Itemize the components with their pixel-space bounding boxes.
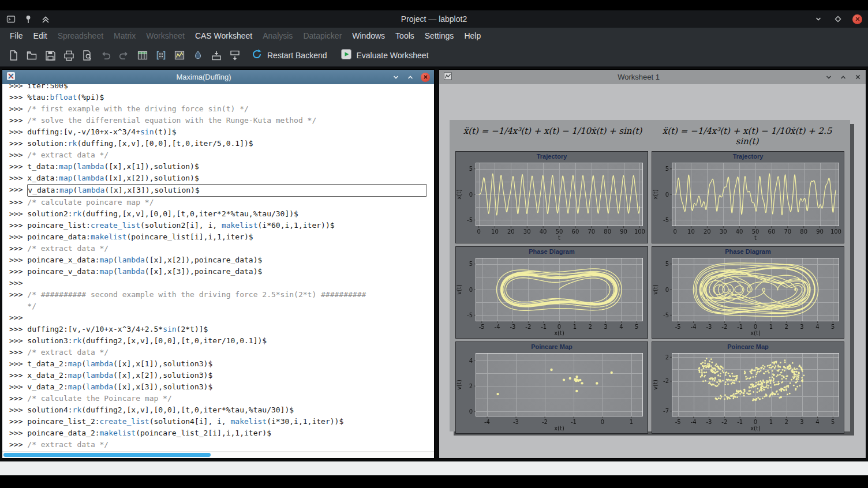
code-line[interactable]: >>> poincare_list:create_list(solution2[… [9, 220, 434, 231]
plot-canvas[interactable] [456, 351, 648, 432]
new-spreadsheet-icon[interactable] [134, 47, 151, 64]
maxima-maximize-button[interactable] [406, 73, 414, 81]
minimize-button[interactable] [813, 14, 824, 24]
code-line[interactable]: >>> solution4:rk(duffing2,[x,v],[0,0],[t… [9, 404, 434, 416]
code-line[interactable]: >>> v_data:map(lambda([x],x[3]),solution… [9, 184, 434, 197]
app-menu-icon[interactable] [6, 14, 16, 24]
maximize-button[interactable] [833, 14, 843, 24]
worksheet-view[interactable]: ẍ(t) = −1/4x³(t) + x(t) − 1/10ẋ(t) + sin… [439, 84, 866, 458]
menu-settings[interactable]: Settings [420, 29, 459, 42]
plot-canvas[interactable] [652, 160, 844, 242]
code-text: create_list [100, 416, 149, 427]
insert-entry-below-icon[interactable] [226, 47, 244, 64]
insert-entry-above-icon[interactable] [208, 47, 225, 64]
menu-windows[interactable]: Windows [347, 29, 390, 42]
code-line[interactable]: >>> v_data_2:map(lambda([x],x[3]),soluti… [9, 381, 434, 393]
code-line[interactable]: >>> /* extract data */ [9, 149, 434, 161]
plot-canvas[interactable] [652, 351, 844, 432]
code-line[interactable]: >>> duffing:[v,-v/10+x-x^3/4+sin(t)]$ [9, 126, 434, 138]
evaluate-worksheet-icon [340, 48, 353, 62]
code-line[interactable]: >>> /* extract data */ [9, 347, 434, 358]
undo-icon[interactable] [97, 47, 114, 64]
code-line[interactable]: >>> t_data:map(lambda([x],x[1]),solution… [9, 161, 434, 172]
toolbar-icons [5, 47, 244, 64]
cas-code-editor[interactable]: >>> iter:500$>>> %tau:bfloat(%pi)$>>> /*… [2, 84, 434, 451]
prompt: >>> [9, 172, 27, 184]
code-line[interactable]: >>> poincare_x_data:map(lambda([x],x[2])… [9, 254, 434, 266]
ink-drop-icon[interactable] [189, 47, 207, 64]
code-line[interactable]: >>> poincare_v_data:map(lambda([x],x[3])… [9, 266, 434, 277]
prompt: >>> [9, 126, 27, 138]
code-line[interactable]: >>> duffing2:[v,-v/10+x-x^3/4+2.5*sin(2*… [9, 324, 434, 335]
code-line[interactable]: >>> /* extract data */ [9, 439, 434, 451]
new-matrix-icon[interactable] [152, 47, 170, 64]
redo-icon[interactable] [115, 47, 133, 64]
plot-card-trajectory-left[interactable]: Trajectory [455, 151, 648, 243]
code-line[interactable]: >>> poincare_data_2:makelist(poincare_li… [9, 427, 434, 439]
print-icon[interactable] [60, 47, 77, 64]
plot-card-trajectory-right[interactable]: Trajectory [652, 151, 844, 243]
prompt: >>> [9, 243, 27, 254]
worksheet-titlebar[interactable]: Worksheet 1 [439, 70, 866, 84]
maxima-close-button[interactable] [421, 73, 430, 82]
new-document-icon[interactable] [5, 47, 22, 64]
code-line[interactable]: >>> t_data_2:map(lambda([x],x[1]),soluti… [9, 358, 434, 370]
worksheet-maximize-button[interactable] [839, 73, 847, 81]
code-text: t_data_2: [27, 358, 68, 370]
worksheet-close-button[interactable] [854, 73, 862, 81]
code-line[interactable]: */ [9, 301, 434, 312]
plot-canvas[interactable] [456, 160, 648, 242]
code-text: ([x],x[3]),poincare_data)$ [145, 266, 263, 277]
plot-title: Phase Diagram [652, 247, 844, 256]
worksheet-page[interactable]: ẍ(t) = −1/4x³(t) + x(t) − 1/10ẋ(t) + sin… [450, 120, 850, 431]
save-project-icon[interactable] [42, 47, 59, 64]
evaluate-worksheet-label: Evaluate Worksheet [357, 51, 429, 60]
print-preview-icon[interactable] [78, 47, 96, 64]
code-line[interactable]: >>> x_data:map(lambda([x],x[2]),solution… [9, 172, 434, 184]
horizontal-scrollbar[interactable] [2, 451, 434, 458]
shade-icon[interactable] [40, 14, 51, 24]
prompt: >>> [9, 416, 27, 427]
code-line[interactable]: >>> x_data_2:map(lambda([x],x[2]),soluti… [9, 370, 434, 381]
code-line[interactable]: >>> /* calculate poincare map */ [9, 197, 434, 208]
plot-card-poincare-map-right[interactable]: Poincare Map [652, 341, 844, 434]
worksheet-window-title: Worksheet 1 [457, 73, 820, 81]
code-line[interactable]: >>> /* first example with the driving fo… [9, 103, 434, 115]
pin-icon[interactable] [23, 14, 33, 24]
plot-card-phase-diagram-left[interactable]: Phase Diagram [455, 246, 648, 339]
code-line[interactable]: >>> poincare_list_2:create_list(solution… [9, 416, 434, 427]
plot-canvas[interactable] [456, 256, 648, 337]
worksheet-minimize-button[interactable] [825, 73, 833, 81]
code-text: map [68, 370, 81, 381]
maxima-titlebar[interactable]: Maxima(Duffing) [2, 70, 434, 84]
code-line[interactable]: >>> iter:500$ [9, 84, 434, 92]
code-line[interactable]: >>> [9, 277, 434, 289]
evaluate-worksheet-button[interactable]: Evaluate Worksheet [334, 46, 435, 65]
open-project-icon[interactable] [23, 47, 40, 64]
close-button[interactable] [852, 14, 862, 24]
code-line[interactable]: >>> %tau:bfloat(%pi)$ [9, 92, 434, 103]
code-line[interactable]: >>> [9, 312, 434, 324]
menu-cas-worksheet[interactable]: CAS Worksheet [190, 29, 257, 42]
menu-help[interactable]: Help [459, 29, 486, 42]
code-text: create_list [91, 220, 140, 231]
plot-card-poincare-map-left[interactable]: Poincare Map [455, 341, 648, 434]
new-worksheet-icon[interactable] [171, 47, 188, 64]
code-line[interactable]: >>> /* calculate the Poincare map */ [9, 393, 434, 404]
code-line[interactable]: >>> solution:rk(duffing,[x,v],[0,0],[t,0… [9, 138, 434, 149]
code-line[interactable]: >>> /* extract data */ [9, 243, 434, 254]
menu-file[interactable]: File [5, 29, 28, 42]
code-line[interactable]: >>> /* solve the differential equation w… [9, 115, 434, 126]
code-line[interactable]: >>> solution3:rk(duffing2,[x,v],[0,0],[t… [9, 335, 434, 347]
restart-backend-icon [250, 48, 263, 62]
plot-card-phase-diagram-right[interactable]: Phase Diagram [652, 246, 844, 339]
scrollbar-handle[interactable] [3, 453, 211, 457]
restart-backend-button[interactable]: Restart Backend [245, 46, 333, 65]
maxima-minimize-button[interactable] [392, 73, 400, 81]
plot-canvas[interactable] [652, 256, 844, 337]
code-line[interactable]: >>> poincare_data:makelist(poincare_list… [9, 231, 434, 243]
code-line[interactable]: >>> /* ########## second example with th… [9, 289, 434, 301]
menu-edit[interactable]: Edit [28, 29, 53, 42]
code-line[interactable]: >>> solution2:rk(duffing,[x,v],[0,0],[t,… [9, 208, 434, 220]
menu-tools[interactable]: Tools [390, 29, 420, 42]
